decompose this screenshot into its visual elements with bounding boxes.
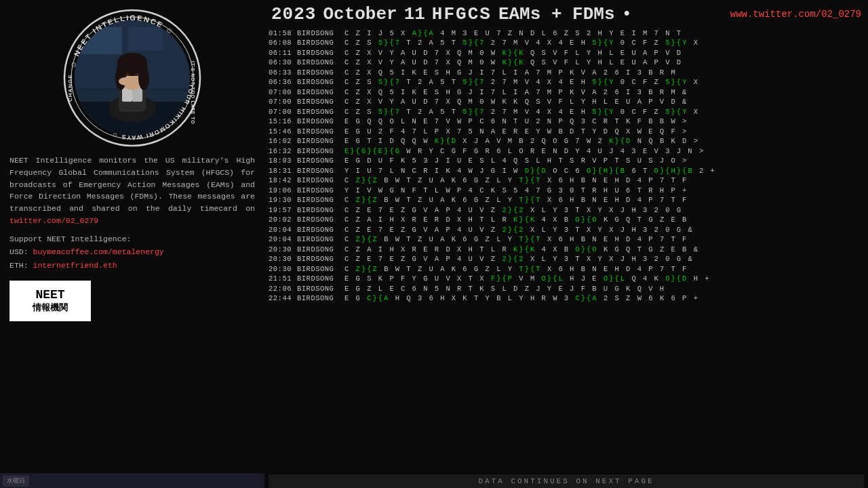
callsign-cell: BIRDSONG <box>297 156 342 165</box>
callsign-cell: BIRDSONG <box>297 136 342 146</box>
callsign-cell: BIRDSONG <box>297 274 342 283</box>
callsign-cell: BIRDSONG <box>297 166 342 176</box>
callsign-cell: BIRDSONG <box>297 146 342 156</box>
callsign-cell: BIRDSONG <box>297 117 342 126</box>
usd-link[interactable]: buymeacoffee.com/metalenergy <box>33 247 164 256</box>
table-row: 20:30BIRDSONGC Z}{Z B W T Z U A K 6 G Z … <box>269 264 864 274</box>
table-row: 22:44BIRDSONGE G C}{A H Q 3 6 H X K T Y … <box>269 293 864 303</box>
callsign-cell: BIRDSONG <box>297 38 342 47</box>
time-cell: 15:46 <box>269 127 294 136</box>
callsign-cell: BIRDSONG <box>297 205 342 215</box>
taskbar-item-1[interactable]: 水曜日 <box>3 475 29 487</box>
message-cell: E G Q Q O L N E 7 V W P C 6 N T U 2 N P … <box>344 117 864 126</box>
table-row: 19:06BIRDSONGY I V W G N F T L W P 4 C K… <box>269 186 864 195</box>
time-cell: 22:06 <box>269 284 294 293</box>
svg-point-21 <box>125 73 130 76</box>
profile-circle-wrap: ☺ NEET INTELLIGENCE ☺ YOUR HIKIKOMORI WA… <box>9 7 255 149</box>
table-row: 07:00BIRDSONGC Z X Q 5 I K E S H G J I 7… <box>269 87 864 97</box>
time-cell: 18:03 <box>269 156 294 165</box>
header-day: 11 <box>404 4 425 24</box>
svg-rect-10 <box>129 27 163 51</box>
support-eth: ETH: internetfriend.eth <box>9 259 255 272</box>
callsign-cell: BIRDSONG <box>297 48 342 58</box>
time-cell: 06:08 <box>269 38 294 47</box>
callsign-cell: BIRDSONG <box>297 186 342 195</box>
profile-circle: ☺ NEET INTELLIGENCE ☺ YOUR HIKIKOMORI WA… <box>61 7 203 149</box>
time-cell: 06:36 <box>269 77 294 87</box>
time-cell: 19:06 <box>269 186 294 195</box>
header-eams: EAMs + FDMs <box>498 4 615 24</box>
logo-line1: NEET <box>35 288 64 303</box>
footer-text: DATA CONTINUES ON NEXT PAGE <box>478 477 654 485</box>
callsign-cell: BIRDSONG <box>297 235 342 244</box>
message-cell: C Z X Q 5 I K E S H G J I 7 L I A 7 M P … <box>344 87 864 97</box>
profile-image <box>75 20 190 136</box>
message-cell: C Z}{Z B W T Z U A K 6 G Z L Y T}{T X 6 … <box>344 235 864 244</box>
callsign-cell: BIRDSONG <box>297 87 342 97</box>
time-cell: 06:33 <box>269 68 294 77</box>
table-row: 21:51BIRDSONGE G S K P F Y G U V X T X F… <box>269 274 864 283</box>
logo-line2: 情報機関 <box>33 303 68 314</box>
twitter-link-desc[interactable]: twitter.com/02_0279 <box>9 216 98 225</box>
left-panel: ☺ NEET INTELLIGENCE ☺ YOUR HIKIKOMORI WA… <box>0 0 264 488</box>
message-cell: C Z}{Z B W T Z U A K 6 G Z L Y T}{T X 6 … <box>344 176 864 185</box>
table-row: 20:30BIRDSONGC Z A I H X R E R D X H T L… <box>269 245 864 254</box>
table-row: 20:04BIRDSONGC Z E 7 E Z G V A P 4 U V Z… <box>269 225 864 235</box>
time-cell: 22:44 <box>269 293 294 303</box>
eth-link[interactable]: internetfriend.eth <box>33 261 117 270</box>
time-cell: 20:04 <box>269 225 294 235</box>
callsign-cell: BIRDSONG <box>297 245 342 254</box>
taskbar: 水曜日 <box>0 473 264 488</box>
table-row: 15:16BIRDSONGE G Q Q O L N E 7 V W P C 6… <box>269 117 864 126</box>
message-cell: C Z A I H X R E R D X H T L R K}{K 4 X B… <box>344 245 864 254</box>
message-cell: C Z A I H X R E R D X H T L R K}{K 4 X B… <box>344 215 864 224</box>
table-row: 06:30BIRDSONGC Z X V Y A U D 7 X Q M 0 W… <box>269 58 864 67</box>
header-twitter[interactable]: www.twitter.com/02_0279 <box>730 9 861 20</box>
callsign-cell: BIRDSONG <box>297 68 342 77</box>
svg-point-22 <box>135 73 139 76</box>
logo-box: NEET 情報機関 <box>9 281 91 321</box>
message-cell: C Z I J 5 X A}{A 4 M 3 E U 7 Z N D L 6 Z… <box>344 28 864 38</box>
message-cell: C Z X Q 5 I K E S H G J I 7 L I A 7 M P … <box>344 68 864 77</box>
time-cell: 20:30 <box>269 264 294 274</box>
time-cell: 18:31 <box>269 166 294 176</box>
message-cell: C Z S 5}{7 T 2 A 5 T 5}{7 2 7 M V 4 X 4 … <box>344 38 864 47</box>
message-cell: C Z}{Z B W T Z U A K 6 G Z L Y T}{T X 6 … <box>344 264 864 274</box>
callsign-cell: BIRDSONG <box>297 127 342 136</box>
callsign-cell: BIRDSONG <box>297 28 342 38</box>
time-cell: 15:16 <box>269 117 294 126</box>
message-cell: E G T I D Q Q W K}{D X J A V M B 2 Q O G… <box>344 136 864 146</box>
table-row: 06:33BIRDSONGC Z X Q 5 I K E S H G J I 7… <box>269 68 864 77</box>
time-cell: 16:02 <box>269 136 294 146</box>
time-cell: 06:30 <box>269 58 294 67</box>
message-cell: Y I U 7 L N C R I K 4 W J G I W D}{D O C… <box>344 166 864 176</box>
callsign-cell: BIRDSONG <box>297 77 342 87</box>
time-cell: 19:57 <box>269 205 294 215</box>
table-row: 06:08BIRDSONGC Z S 5}{7 T 2 A 5 T 5}{7 2… <box>269 38 864 47</box>
message-cell: C Z X V Y A U D 7 X Q M 0 W K}{K Q S V F… <box>344 48 864 58</box>
table-row: 16:32BIRDSONGE}{G}{E}{G W R Y C G F G R … <box>269 146 864 156</box>
support-section: Support NEET Intelligence: USD: buymeaco… <box>9 232 255 272</box>
message-cell: E G C}{A H Q 3 6 H X K T Y B L Y H R W 3… <box>344 293 864 303</box>
message-cell: C Z S 5}{7 T 2 A 5 T 5}{7 2 7 M V 4 X 4 … <box>344 107 864 117</box>
header-month: October <box>323 4 397 24</box>
callsign-cell: BIRDSONG <box>297 195 342 205</box>
message-cell: C Z X V Y A U D 7 X Q M 0 W K K Q S V F … <box>344 97 864 106</box>
table-row: 20:02BIRDSONGC Z A I H X R E R D X H T L… <box>269 215 864 224</box>
table-row: 20:04BIRDSONGC Z}{Z B W T Z U A K 6 G Z … <box>269 235 864 244</box>
svg-point-23 <box>119 77 132 85</box>
callsign-cell: BIRDSONG <box>297 254 342 264</box>
message-cell: E G U 2 F 4 7 L P X 7 5 N A E R E Y W B … <box>344 127 864 136</box>
footer-bar: DATA CONTINUES ON NEXT PAGE <box>269 474 864 488</box>
table-row: 01:58BIRDSONGC Z I J 5 X A}{A 4 M 3 E U … <box>269 28 864 38</box>
table-row: 07:00BIRDSONGC Z S 5}{7 T 2 A 5 T 5}{7 2… <box>269 107 864 117</box>
table-row: 18:42BIRDSONGC Z}{Z B W T Z U A K 6 G Z … <box>269 176 864 185</box>
support-title: Support NEET Intelligence: <box>9 232 255 246</box>
time-cell: 20:30 <box>269 254 294 264</box>
message-cell: C Z}{Z B W T Z U A K 6 G Z L Y T}{T X 6 … <box>344 195 864 205</box>
callsign-cell: BIRDSONG <box>297 215 342 224</box>
table-row: 18:31BIRDSONGY I U 7 L N C R I K 4 W J G… <box>269 166 864 176</box>
callsign-cell: BIRDSONG <box>297 97 342 106</box>
time-cell: 07:00 <box>269 107 294 117</box>
table-row: 22:06BIRDSONGE G Z L E C 6 N 5 N R T K S… <box>269 284 864 293</box>
